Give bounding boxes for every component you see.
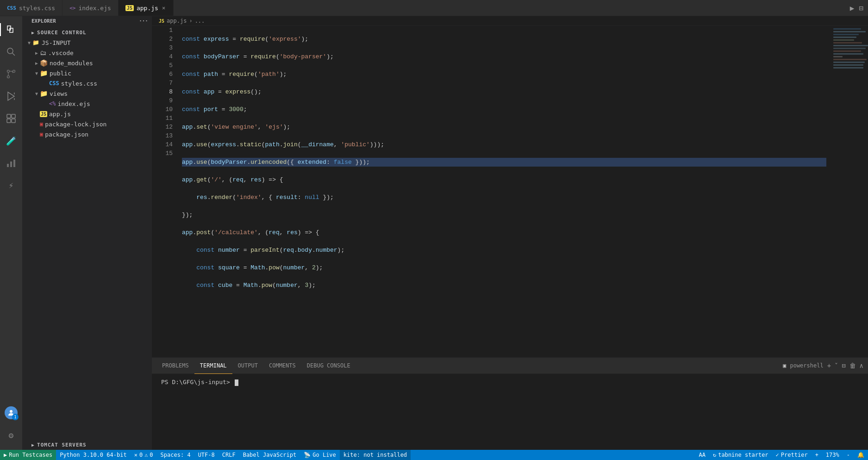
node-modules-label: node_modules xyxy=(50,60,93,67)
split-editor-icon[interactable]: ⊟ xyxy=(859,4,863,12)
collapse-panel-icon[interactable]: ∧ xyxy=(860,362,863,369)
app-js-label: app.js xyxy=(49,111,71,118)
code-editor[interactable]: 1 2 3 4 5 6 7 8 9 10 11 12 13 14 15 cons… xyxy=(152,26,868,357)
breadcrumb-separator: › xyxy=(189,18,192,24)
explorer-more-icon[interactable]: ··· xyxy=(139,18,148,24)
status-notification[interactable]: 🔔 xyxy=(854,450,868,460)
svg-rect-14 xyxy=(7,164,9,167)
activity-item-settings[interactable]: ⚙ xyxy=(0,424,22,446)
index-ejs-label: index.ejs xyxy=(57,100,90,107)
tab-index-ejs[interactable]: <> index.ejs xyxy=(62,0,119,16)
activity-item-charts[interactable] xyxy=(0,152,22,174)
tabnine-icon: ↻ xyxy=(713,452,716,458)
plus-label: + xyxy=(815,452,818,458)
tree-root-js-input[interactable]: ▼ 📁 JS-INPUT xyxy=(22,37,152,48)
activity-item-extensions[interactable] xyxy=(0,107,22,130)
terminal-content[interactable]: PS D:\GFG\js-input> xyxy=(152,374,868,450)
tab-output[interactable]: OUTPUT xyxy=(232,358,263,374)
tab-styles-css[interactable]: CSS styles.css xyxy=(0,0,62,16)
tab-debug-console[interactable]: DEBUG CONSOLE xyxy=(301,358,356,374)
pkg-lock-icon: ▣ xyxy=(40,121,43,127)
status-spaces[interactable]: Spaces: 4 xyxy=(157,450,194,460)
tabnine-label: tabnine starter xyxy=(718,452,768,458)
svg-rect-24 xyxy=(833,45,868,46)
tab-label-index-ejs: index.ejs xyxy=(78,5,111,12)
status-errors[interactable]: ✕ 0 ⚠ 0 xyxy=(131,450,157,460)
status-encoding[interactable]: UTF-8 xyxy=(194,450,219,460)
split-terminal-icon[interactable]: ⊟ xyxy=(842,362,845,369)
activity-item-lab[interactable]: 🧪 xyxy=(0,130,22,152)
node-modules-chevron: ▶ xyxy=(33,61,40,66)
vscode-label: .vscode xyxy=(48,50,74,56)
notification-icon: 🔔 xyxy=(857,452,864,458)
activity-bar: 🧪 ⚡ 1 ⚙ xyxy=(0,16,22,450)
activity-item-run[interactable] xyxy=(0,85,22,107)
activity-item-search[interactable] xyxy=(0,41,22,63)
vscode-chevron: ▶ xyxy=(33,50,40,56)
minus-label: - xyxy=(847,452,850,458)
activity-item-explorer[interactable] xyxy=(0,19,22,41)
status-run-testcases[interactable]: ▶ Run Testcases xyxy=(0,450,56,460)
svg-rect-28 xyxy=(833,56,843,57)
svg-rect-19 xyxy=(833,31,866,32)
status-plus[interactable]: + xyxy=(812,450,822,460)
add-terminal-icon[interactable]: + xyxy=(827,362,831,369)
tomcat-servers-section[interactable]: ▶ TOMCAT SERVERS xyxy=(22,438,152,450)
account-badge: 1 xyxy=(12,414,19,420)
status-aa[interactable]: AA xyxy=(695,450,709,460)
status-eol[interactable]: CRLF xyxy=(219,450,239,460)
app-js-icon: JS xyxy=(40,111,47,117)
run-icon[interactable]: ▶ xyxy=(850,4,855,12)
eol-label: CRLF xyxy=(222,452,236,458)
golive-icon: 📡 xyxy=(304,452,311,458)
css-icon: CSS xyxy=(7,5,16,11)
status-zoom[interactable]: 173% xyxy=(822,450,843,460)
tree-item-styles-css[interactable]: CSS styles.css xyxy=(22,78,152,88)
status-python[interactable]: Python 3.10.0 64-bit xyxy=(56,450,131,460)
status-tabnine[interactable]: ↻ tabnine starter xyxy=(709,450,772,460)
tree-item-vscode[interactable]: ▶ 🗂 .vscode xyxy=(22,48,152,58)
account-avatar[interactable]: 1 xyxy=(5,406,18,419)
tree-item-index-ejs[interactable]: <% index.ejs xyxy=(22,99,152,109)
tab-comments[interactable]: COMMENTS xyxy=(263,358,301,374)
svg-rect-30 xyxy=(833,62,865,63)
styles-css-label: styles.css xyxy=(61,80,97,87)
status-golive[interactable]: 📡 Go Live xyxy=(300,450,340,460)
tree-item-views[interactable]: ▼ 📁 views xyxy=(22,88,152,99)
activity-item-bolt[interactable]: ⚡ xyxy=(0,174,22,196)
status-language[interactable]: Babel JavaScript xyxy=(239,450,300,460)
vscode-folder-icon: 🗂 xyxy=(40,49,46,56)
views-label: views xyxy=(50,90,68,97)
activity-item-source-control[interactable] xyxy=(0,63,22,85)
warning-count: 0 xyxy=(150,452,153,458)
breadcrumb-js-badge: JS xyxy=(159,19,164,24)
js-input-chevron: ▼ xyxy=(26,40,32,45)
js-input-icon: 📁 xyxy=(32,39,39,46)
explorer-title: EXPLORER ··· xyxy=(22,16,152,26)
status-prettier[interactable]: ✓ Prettier xyxy=(772,450,812,460)
status-kite[interactable]: kite: not installed xyxy=(340,450,411,460)
status-minus[interactable]: - xyxy=(843,450,854,460)
tree-item-package-json[interactable]: ▣ package.json xyxy=(22,129,152,139)
trash-icon[interactable]: 🗑 xyxy=(849,362,856,369)
tree-item-app-js[interactable]: JS app.js xyxy=(22,109,152,119)
language-label: Babel JavaScript xyxy=(243,452,297,458)
chevron-down-icon[interactable]: ˅ xyxy=(835,362,838,369)
python-label: Python 3.10.0 64-bit xyxy=(60,452,127,458)
tree-item-package-lock[interactable]: ▣ package-lock.json xyxy=(22,119,152,129)
source-control-section[interactable]: ▶ SOURCE CONTROL xyxy=(22,26,152,37)
public-label: public xyxy=(50,70,71,77)
tree-item-public[interactable]: ▼ 📁 public xyxy=(22,68,152,78)
panel-right-actions: ▣ powershell + ˅ ⊟ 🗑 ∧ xyxy=(783,362,863,369)
tab-app-js[interactable]: JS app.js ✕ xyxy=(119,0,174,16)
svg-rect-21 xyxy=(833,37,856,38)
svg-rect-26 xyxy=(833,50,861,52)
svg-rect-12 xyxy=(7,119,11,123)
svg-rect-27 xyxy=(833,53,863,55)
tomcat-chevron: ▶ xyxy=(31,442,35,448)
tab-close-app-js[interactable]: ✕ xyxy=(161,4,166,12)
tab-problems[interactable]: PROBLEMS xyxy=(156,358,194,374)
pkg-json-icon: ▣ xyxy=(40,131,43,137)
tree-item-node-modules[interactable]: ▶ 📦 node_modules xyxy=(22,58,152,68)
tab-terminal[interactable]: TERMINAL xyxy=(194,358,232,374)
